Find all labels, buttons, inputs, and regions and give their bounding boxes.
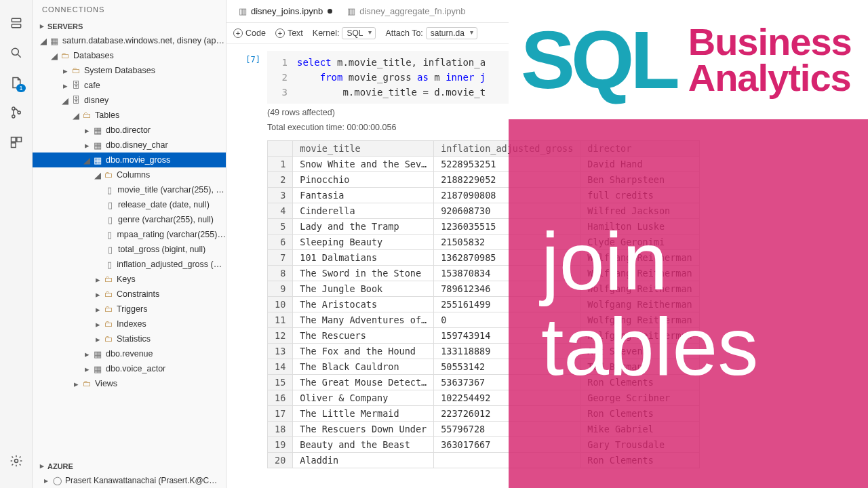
tables-folder[interactable]: ◢🗀Tables bbox=[33, 108, 226, 123]
cell-prompt: [7] bbox=[229, 51, 267, 104]
settings-icon[interactable] bbox=[8, 453, 24, 469]
connections-sidebar: CONNECTIONS ▸SERVERS ◢▦saturn.database.w… bbox=[33, 0, 226, 488]
col-mpaa[interactable]: ▯mpaa_rating (varchar(255), null) bbox=[33, 227, 226, 242]
svg-rect-0 bbox=[12, 18, 20, 22]
search-icon[interactable] bbox=[8, 45, 24, 61]
system-databases[interactable]: ▸🗀System Databases bbox=[33, 63, 226, 78]
col-movie-title[interactable]: ▯movie_title (varchar(255), null) bbox=[33, 182, 226, 197]
azure-account[interactable]: ▸◯Prasert Kanawattanachai (Prasert.K@C… bbox=[33, 473, 226, 488]
col-header[interactable]: movie_title bbox=[293, 141, 434, 157]
columns-folder[interactable]: ◢🗀Columns bbox=[33, 167, 226, 182]
svg-rect-7 bbox=[11, 138, 16, 142]
server-node[interactable]: ◢▦saturn.database.windows.net, disney (a… bbox=[33, 33, 226, 48]
table-disney-char[interactable]: ▸▦dbo.disney_char bbox=[33, 138, 226, 152]
add-code-button[interactable]: +Code bbox=[233, 28, 266, 38]
kernel-selector[interactable]: Kernel: SQL bbox=[313, 27, 376, 39]
source-control-icon[interactable] bbox=[8, 104, 24, 121]
databases-folder[interactable]: ◢🗀Databases bbox=[33, 48, 226, 63]
keys-folder[interactable]: ▸🗀Keys bbox=[33, 272, 226, 287]
plus-icon: + bbox=[275, 28, 285, 38]
statistics-folder[interactable]: ▸🗀Statistics bbox=[33, 331, 226, 346]
svg-point-4 bbox=[12, 107, 14, 110]
table-revenue[interactable]: ▸▦dbo.revenue bbox=[33, 346, 226, 361]
tab-disney-joins[interactable]: ▥disney_joins.ipynb bbox=[231, 0, 339, 23]
table-voice-actor[interactable]: ▸▦dbo.voice_actor bbox=[33, 361, 226, 376]
tab-disney-aggregate[interactable]: ▥disney_aggregate_fn.ipynb bbox=[339, 0, 472, 23]
extensions-icon[interactable] bbox=[8, 134, 24, 150]
add-text-button[interactable]: +Text bbox=[275, 28, 303, 38]
unsaved-dot-icon bbox=[328, 9, 332, 14]
sidebar-title: CONNECTIONS bbox=[33, 0, 226, 19]
db-disney[interactable]: ◢🗄disney bbox=[33, 93, 226, 108]
server-icon[interactable] bbox=[8, 15, 24, 31]
table-movie-gross[interactable]: ◢▦dbo.movie_gross bbox=[33, 152, 226, 167]
attach-selector[interactable]: Attach To: saturn.da bbox=[385, 27, 477, 39]
svg-rect-1 bbox=[12, 24, 20, 28]
triggers-folder[interactable]: ▸🗀Triggers bbox=[33, 302, 226, 317]
col-genre[interactable]: ▯genre (varchar(255), null) bbox=[33, 212, 226, 227]
subtitle-overlay: jointables bbox=[509, 119, 868, 488]
svg-rect-8 bbox=[16, 138, 21, 142]
table-director[interactable]: ▸▦dbo.director bbox=[33, 123, 226, 138]
server-tree: ◢▦saturn.database.windows.net, disney (a… bbox=[33, 33, 226, 459]
views-folder[interactable]: ▸🗀Views bbox=[33, 376, 226, 391]
plus-icon: + bbox=[233, 28, 243, 38]
indexes-folder[interactable]: ▸🗀Indexes bbox=[33, 317, 226, 331]
activity-bar: 1 bbox=[0, 0, 33, 488]
constraints-folder[interactable]: ▸🗀Constraints bbox=[33, 287, 226, 302]
svg-rect-9 bbox=[11, 143, 16, 148]
svg-line-3 bbox=[18, 55, 20, 58]
col-total-gross[interactable]: ▯total_gross (bigint, null) bbox=[33, 242, 226, 257]
servers-section[interactable]: ▸SERVERS bbox=[33, 19, 226, 33]
svg-point-6 bbox=[18, 111, 20, 114]
col-infl-gross[interactable]: ▯inflation_adjusted_gross (bigin… bbox=[33, 257, 226, 272]
svg-point-10 bbox=[14, 460, 18, 463]
svg-point-5 bbox=[12, 115, 14, 118]
notebook-icon[interactable]: 1 bbox=[8, 75, 24, 91]
db-cafe[interactable]: ▸🗄cafe bbox=[33, 78, 226, 93]
col-release-date[interactable]: ▯release_date (date, null) bbox=[33, 197, 226, 212]
title-overlay: SQL BusinessAnalytics bbox=[509, 0, 868, 119]
svg-point-2 bbox=[12, 48, 18, 55]
azure-section[interactable]: ▸AZURE bbox=[33, 459, 226, 473]
